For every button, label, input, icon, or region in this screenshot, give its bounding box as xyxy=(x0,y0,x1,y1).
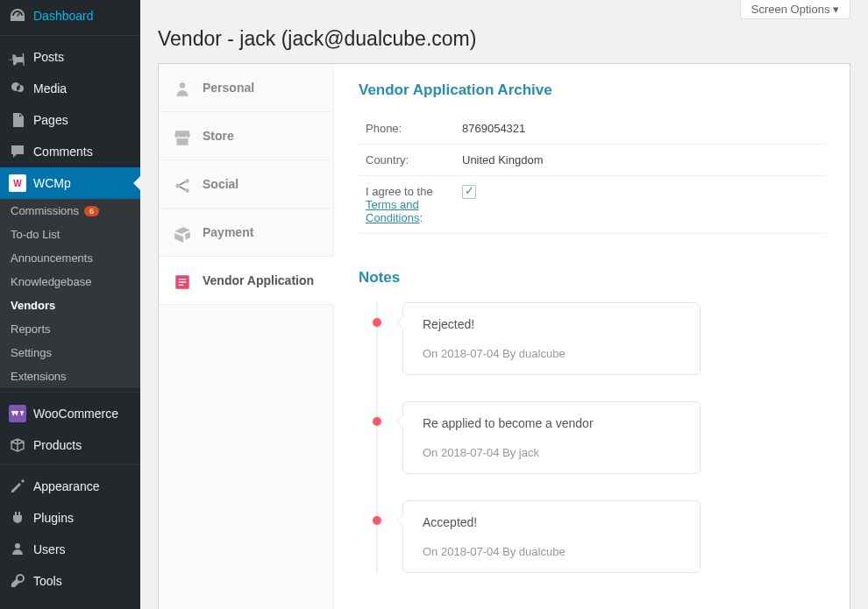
tool-icon xyxy=(9,572,26,590)
note-meta: On 2018-07-04 By dualcube xyxy=(423,545,680,558)
page-title: Vendor - jack (jack@dualcube.com) xyxy=(158,19,850,63)
submenu-label: Announcements xyxy=(11,251,93,265)
wcmp-icon: W xyxy=(9,174,26,192)
sidebar-item-users[interactable]: Users xyxy=(0,534,140,565)
svg-point-0 xyxy=(175,184,179,188)
product-icon xyxy=(9,436,26,454)
tab-vendor-application[interactable]: Vendor Application xyxy=(159,257,334,305)
tab-payment[interactable]: Payment xyxy=(159,209,333,257)
country-value: United Kingdom xyxy=(455,145,825,176)
terms-checkbox[interactable] xyxy=(462,185,476,199)
submenu-item-announcements[interactable]: Announcements xyxy=(0,246,140,270)
note-item: Re applied to become a vendor On 2018-07… xyxy=(376,401,825,474)
sidebar-separator xyxy=(0,461,140,465)
person-icon xyxy=(173,80,192,96)
commissions-badge: 6 xyxy=(84,206,99,216)
sidebar-item-appearance[interactable]: Appearance xyxy=(0,471,140,502)
screen-options-wrap: Screen Options ▾ xyxy=(158,0,850,19)
submenu-label: Settings xyxy=(11,346,52,359)
note-meta: On 2018-07-04 By dualcube xyxy=(423,347,680,360)
sidebar-label: Comments xyxy=(33,145,93,159)
sidebar-label: Tools xyxy=(33,574,62,588)
svg-point-1 xyxy=(185,179,189,182)
tab-label: Social xyxy=(203,177,238,191)
sidebar-label: Posts xyxy=(33,50,64,64)
page-icon xyxy=(9,111,26,129)
screen-options-button[interactable]: Screen Options ▾ xyxy=(740,0,850,19)
submenu-label: Vendors xyxy=(11,299,55,312)
submenu-item-extensions[interactable]: Extensions xyxy=(0,365,140,388)
sidebar-item-dashboard[interactable]: Dashboard xyxy=(0,0,140,32)
note-text: Re applied to become a vendor xyxy=(423,416,680,430)
tab-social[interactable]: Social xyxy=(159,160,333,209)
sidebar-label: Appearance xyxy=(33,479,100,493)
note-card: Re applied to become a vendor On 2018-07… xyxy=(402,401,701,474)
sidebar-item-woocommerce[interactable]: WooCommerce xyxy=(0,398,140,429)
vertical-tabs: Personal Store Social Payment Vendor App… xyxy=(159,64,334,609)
phone-label: Phone: xyxy=(359,113,455,145)
tab-label: Vendor Application xyxy=(203,273,314,287)
sidebar-separator xyxy=(0,32,140,36)
tab-label: Payment xyxy=(203,225,253,239)
svg-point-2 xyxy=(185,188,189,192)
timeline-dot-icon xyxy=(373,417,381,426)
archive-title: Vendor Application Archive xyxy=(359,81,825,99)
notes-title: Notes xyxy=(359,269,825,287)
notes-timeline: Rejected! On 2018-07-04 By dualcube Re a… xyxy=(376,302,825,573)
wcmp-submenu: Commissions 6 To-do List Announcements K… xyxy=(0,199,140,388)
submenu-item-vendors[interactable]: Vendors xyxy=(0,294,140,317)
submenu-label: Commissions xyxy=(11,204,79,217)
country-label: Country: xyxy=(359,145,455,176)
phone-value: 8769054321 xyxy=(455,113,825,145)
archive-table: Phone: 8769054321 Country: United Kingdo… xyxy=(359,113,825,234)
sidebar-item-media[interactable]: Media xyxy=(0,73,140,104)
sidebar-label: Media xyxy=(33,81,67,96)
comment-icon xyxy=(9,143,26,160)
note-card: Rejected! On 2018-07-04 By dualcube xyxy=(402,302,701,375)
sidebar-label: Plugins xyxy=(33,511,74,525)
sidebar-item-comments[interactable]: Comments xyxy=(0,136,140,167)
media-icon xyxy=(9,80,26,97)
submenu-item-reports[interactable]: Reports xyxy=(0,317,140,341)
row-phone: Phone: 8769054321 xyxy=(359,113,825,145)
submenu-label: Reports xyxy=(11,322,51,336)
tab-label: Store xyxy=(203,129,234,143)
panel-content: Vendor Application Archive Phone: 876905… xyxy=(334,64,850,609)
sidebar-label: WooCommerce xyxy=(33,407,118,421)
sidebar-item-products[interactable]: Products xyxy=(0,429,140,461)
pin-icon xyxy=(9,48,26,66)
submenu-item-commissions[interactable]: Commissions 6 xyxy=(0,199,140,223)
application-icon xyxy=(173,273,192,288)
main-content: Screen Options ▾ Vendor - jack (jack@dua… xyxy=(140,0,868,609)
submenu-item-todo[interactable]: To-do List xyxy=(0,223,140,246)
sidebar-item-pages[interactable]: Pages xyxy=(0,104,140,136)
tab-store[interactable]: Store xyxy=(159,112,333,160)
sidebar-label: Products xyxy=(33,438,82,452)
note-item: Rejected! On 2018-07-04 By dualcube xyxy=(376,302,825,375)
submenu-label: To-do List xyxy=(11,228,60,241)
sidebar-item-tools[interactable]: Tools xyxy=(0,565,140,597)
note-item: Accepted! On 2018-07-04 By dualcube xyxy=(376,500,825,573)
plugin-icon xyxy=(9,509,26,527)
terms-link[interactable]: Terms and Conditions xyxy=(366,198,419,224)
submenu-label: Knowledgebase xyxy=(11,275,92,288)
submenu-label: Extensions xyxy=(11,370,67,383)
tab-personal[interactable]: Personal xyxy=(159,64,333,112)
admin-sidebar: Dashboard Posts Media Pages Comments W W… xyxy=(0,0,140,609)
timeline-dot-icon xyxy=(373,318,381,327)
submenu-item-knowledgebase[interactable]: Knowledgebase xyxy=(0,270,140,294)
appearance-icon xyxy=(9,478,26,495)
sidebar-label: WCMp xyxy=(33,176,71,190)
sidebar-label: Users xyxy=(33,542,66,556)
submenu-item-settings[interactable]: Settings xyxy=(0,341,140,365)
sidebar-separator xyxy=(0,388,140,393)
terms-suffix: : xyxy=(419,211,423,224)
note-text: Accepted! xyxy=(423,515,680,529)
dashboard-icon xyxy=(9,7,26,25)
woo-icon xyxy=(9,405,26,422)
sidebar-item-posts[interactable]: Posts xyxy=(0,41,140,73)
row-country: Country: United Kingdom xyxy=(359,145,825,176)
note-text: Rejected! xyxy=(423,317,680,331)
sidebar-item-plugins[interactable]: Plugins xyxy=(0,502,140,534)
sidebar-item-wcmp[interactable]: W WCMp xyxy=(0,167,140,199)
